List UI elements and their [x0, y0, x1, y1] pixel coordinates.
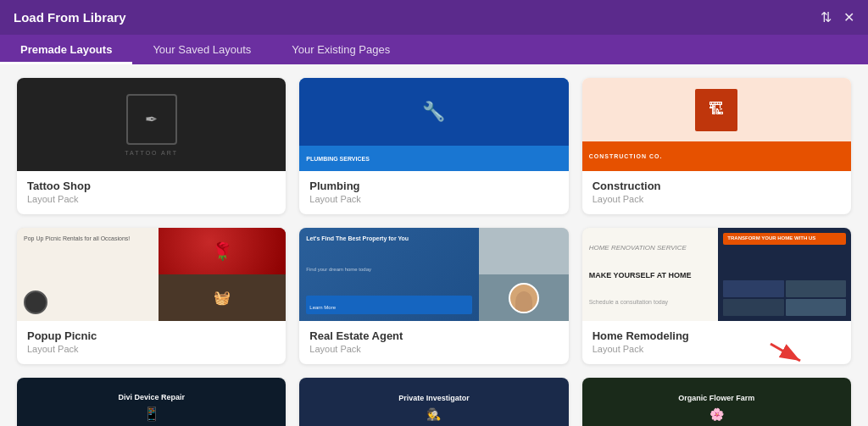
card-type: Layout Pack	[309, 344, 558, 354]
investigator-title: Private Investigator	[398, 394, 470, 404]
card-info: Tattoo Shop Layout Pack	[17, 171, 286, 214]
sort-icon[interactable]: ⇅	[821, 9, 832, 25]
card-info: Home Remodeling Layout Pack	[582, 321, 851, 364]
card-info: Popup Picnic Layout Pack	[17, 321, 286, 364]
card-construction[interactable]: CONSTRUCTION CO. 🏗 Construction Layout P…	[582, 78, 851, 214]
close-icon[interactable]: ✕	[843, 9, 854, 25]
card-name: Real Estate Agent	[309, 329, 558, 342]
layout-grid: ✒ TATTOO ART Tattoo Shop Layout Pack 🔧	[17, 78, 851, 426]
card-type: Layout Pack	[27, 344, 275, 354]
card-tattoo-shop[interactable]: ✒ TATTOO ART Tattoo Shop Layout Pack	[17, 78, 286, 214]
modal: Load From Library ⇅ ✕ Premade Layouts Yo…	[0, 0, 868, 426]
home-title: MAKE YOURSELF AT HOME	[589, 271, 712, 280]
tab-existing[interactable]: Your Existing Pages	[271, 35, 410, 64]
card-name: Plumbing	[309, 180, 558, 192]
realestate-text: Let's Find The Best Property for You	[306, 235, 472, 243]
card-real-estate-agent[interactable]: Let's Find The Best Property for You Fin…	[299, 228, 568, 364]
card-home-remodeling[interactable]: HOME RENOVATION SERVICE MAKE YOURSELF AT…	[582, 228, 851, 364]
card-name: Tattoo Shop	[27, 180, 275, 192]
card-type: Layout Pack	[27, 194, 275, 204]
card-thumb-realestate: Let's Find The Best Property for You Fin…	[299, 228, 568, 321]
card-info: Real Estate Agent Layout Pack	[299, 321, 568, 364]
card-organic-flower-farm[interactable]: Organic Flower Farm 🌸	[582, 378, 851, 426]
card-thumb-investigator: Private Investigator 🕵️	[299, 378, 568, 426]
card-thumb-picnic: Pop Up Picnic Rentals for all Occasions!…	[17, 228, 286, 321]
card-divi-device-repair[interactable]: Divi Device Repair 📱	[17, 378, 286, 426]
card-info: Construction Layout Pack	[582, 171, 851, 214]
card-plumbing[interactable]: 🔧 PLUMBING SERVICES Plumbing Layout Pack	[299, 78, 568, 214]
arrow-indicator	[766, 335, 809, 373]
card-type: Layout Pack	[309, 194, 558, 204]
modal-title: Load From Library	[14, 10, 126, 25]
card-private-investigator[interactable]: Private Investigator 🕵️	[299, 378, 568, 426]
header-icons: ⇅ ✕	[821, 9, 854, 25]
svg-line-1	[771, 344, 800, 361]
card-thumb-home: HOME RENOVATION SERVICE MAKE YOURSELF AT…	[582, 228, 851, 321]
card-info: Plumbing Layout Pack	[299, 171, 568, 214]
card-thumb-flower: Organic Flower Farm 🌸	[582, 378, 851, 426]
content-area[interactable]: ✒ TATTOO ART Tattoo Shop Layout Pack 🔧	[0, 64, 868, 426]
card-name: Construction	[593, 180, 841, 192]
card-popup-picnic[interactable]: Pop Up Picnic Rentals for all Occasions!…	[17, 228, 286, 364]
card-name: Popup Picnic	[27, 329, 275, 342]
repair-title: Divi Device Repair	[118, 393, 185, 403]
card-thumb-plumbing: 🔧 PLUMBING SERVICES	[299, 78, 568, 171]
card-type: Layout Pack	[593, 194, 841, 204]
picnic-text: Pop Up Picnic Rentals for all Occasions!	[24, 235, 152, 243]
card-wrapper-home: HOME RENOVATION SERVICE MAKE YOURSELF AT…	[582, 228, 851, 364]
card-thumb-tattoo: ✒ TATTOO ART	[17, 78, 286, 171]
card-thumb-construction: CONSTRUCTION CO. 🏗	[582, 78, 851, 171]
tab-premade[interactable]: Premade Layouts	[0, 35, 132, 64]
flower-title: Organic Flower Farm	[678, 394, 754, 404]
tabs-bar: Premade Layouts Your Saved Layouts Your …	[0, 35, 868, 64]
card-thumb-repair: Divi Device Repair 📱	[17, 378, 286, 426]
tab-saved[interactable]: Your Saved Layouts	[132, 35, 271, 64]
home-sub: TRANSFORM YOUR HOME WITH US	[727, 235, 842, 242]
modal-header: Load From Library ⇅ ✕	[0, 0, 868, 35]
